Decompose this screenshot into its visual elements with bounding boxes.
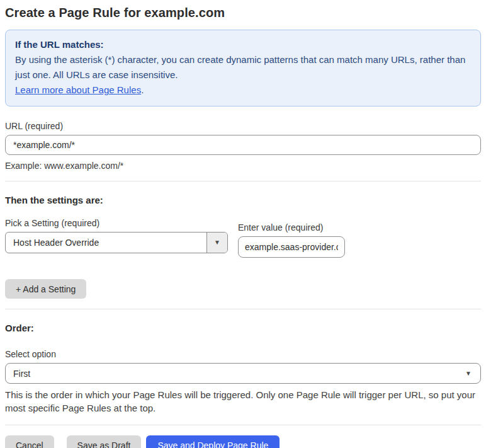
- create-page-rule-form: Create a Page Rule for example.com If th…: [0, 6, 486, 448]
- url-match-info-box: If the URL matches: By using the asteris…: [5, 30, 481, 106]
- cancel-button[interactable]: Cancel: [5, 435, 54, 448]
- url-example-text: Example: www.example.com/*: [5, 161, 481, 171]
- save-and-deploy-button[interactable]: Save and Deploy Page Rule: [146, 435, 280, 448]
- info-box-body: By using the asterisk (*) character, you…: [15, 52, 471, 83]
- order-section-heading: Order:: [5, 323, 481, 333]
- info-box-heading: If the URL matches:: [15, 37, 471, 52]
- add-setting-button[interactable]: + Add a Setting: [5, 279, 86, 299]
- url-input[interactable]: [5, 135, 481, 155]
- settings-section-heading: Then the settings are:: [5, 195, 481, 205]
- caret-down-icon: ▼: [214, 239, 220, 246]
- value-label: Enter value (required): [238, 222, 345, 233]
- divider: [5, 309, 481, 309]
- url-label: URL (required): [5, 121, 481, 131]
- save-as-draft-button[interactable]: Save as Draft: [67, 435, 142, 448]
- setting-column: Pick a Setting (required) Host Header Ov…: [5, 218, 228, 253]
- link-suffix: .: [141, 84, 144, 95]
- learn-more-link[interactable]: Learn more about Page Rules: [15, 84, 141, 95]
- setting-select-value: Host Header Override: [6, 238, 206, 248]
- setting-value-input[interactable]: [238, 236, 345, 258]
- order-select[interactable]: First ▼: [5, 363, 481, 384]
- value-column: Enter value (required): [238, 222, 345, 258]
- caret-down-icon: ▼: [465, 370, 472, 377]
- footer-actions: Cancel Save as Draft Save and Deploy Pag…: [5, 435, 481, 448]
- info-box-link-line: Learn more about Page Rules.: [15, 83, 471, 98]
- setting-select-arrow-button[interactable]: ▼: [206, 233, 227, 253]
- setting-label: Pick a Setting (required): [5, 218, 228, 228]
- order-help-text: This is the order in which your Page Rul…: [5, 388, 478, 415]
- setting-select[interactable]: Host Header Override ▼: [5, 232, 228, 253]
- order-select-value: First: [6, 369, 465, 379]
- page-title: Create a Page Rule for example.com: [5, 6, 481, 20]
- divider: [5, 425, 481, 425]
- order-label: Select option: [5, 349, 481, 359]
- settings-row: Pick a Setting (required) Host Header Ov…: [5, 218, 481, 258]
- divider: [5, 181, 481, 181]
